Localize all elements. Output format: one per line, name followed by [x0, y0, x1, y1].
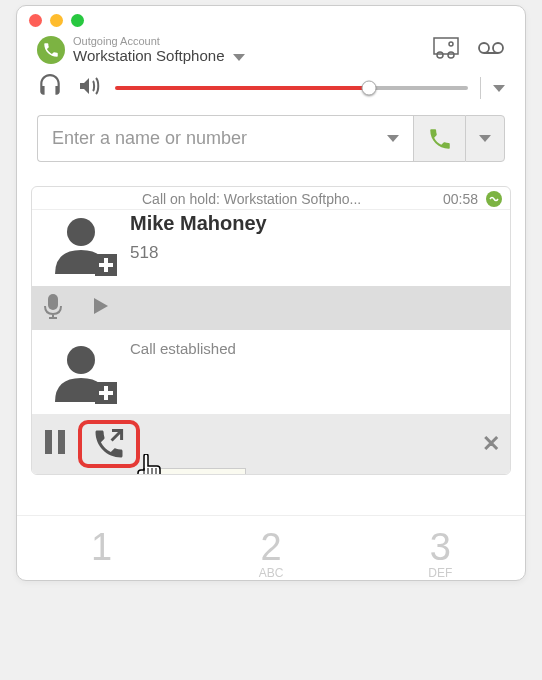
svg-point-7 — [67, 218, 95, 246]
softphone-window: Outgoing Account Workstation Softphone — [16, 5, 526, 581]
svg-rect-17 — [58, 430, 65, 454]
transfer-button[interactable] — [78, 420, 140, 468]
titlebar — [17, 6, 525, 35]
mute-button[interactable] — [42, 292, 64, 324]
speaker-icon[interactable] — [75, 74, 103, 102]
account-label: Outgoing Account — [73, 35, 433, 47]
active-call-controls: ✕ Transfer Now — [32, 414, 510, 474]
call-card: Call on hold: Workstation Softpho... 00:… — [31, 186, 511, 475]
second-caller-avatar — [40, 338, 130, 406]
transfer-tooltip: Transfer Now — [150, 468, 246, 475]
caller-extension: 518 — [130, 243, 502, 263]
svg-rect-15 — [99, 391, 113, 395]
call-body: Mike Mahoney 518 — [32, 210, 510, 286]
video-device-icon[interactable] — [433, 37, 459, 63]
end-call-button[interactable]: ✕ — [482, 431, 500, 457]
caller-avatar — [40, 210, 130, 278]
dialkey-num: 1 — [17, 528, 186, 566]
audio-menu-chevron-icon[interactable] — [493, 85, 505, 92]
window-minimize-button[interactable] — [50, 14, 63, 27]
svg-rect-10 — [99, 263, 113, 267]
dialkey-letters: ABC — [186, 566, 355, 580]
account-selector[interactable]: Outgoing Account Workstation Softphone — [73, 35, 433, 65]
svg-rect-11 — [48, 294, 58, 310]
hold-call-controls — [32, 286, 510, 330]
second-call-status: Call established — [130, 340, 502, 357]
dialkey-3[interactable]: 3 DEF — [356, 528, 525, 580]
dialkey-2[interactable]: 2 ABC — [186, 528, 355, 580]
dial-input[interactable]: Enter a name or number — [37, 115, 413, 162]
svg-point-12 — [67, 346, 95, 374]
dialkey-num: 3 — [356, 528, 525, 566]
resume-button[interactable] — [88, 294, 112, 322]
dial-row: Enter a name or number — [17, 115, 525, 174]
audio-controls — [17, 73, 525, 115]
caller-name: Mike Mahoney — [130, 212, 502, 235]
header: Outgoing Account Workstation Softphone — [17, 35, 525, 73]
voicemail-icon[interactable] — [477, 41, 505, 59]
chevron-down-icon — [479, 135, 491, 142]
dial-placeholder: Enter a name or number — [52, 128, 247, 149]
hold-button[interactable] — [42, 427, 68, 461]
call-status-text: Call on hold: Workstation Softpho... — [142, 191, 435, 207]
dialkey-num: 2 — [186, 528, 355, 566]
svg-point-3 — [448, 52, 454, 58]
second-call: Call established — [32, 330, 510, 414]
dialkey-letters: DEF — [356, 566, 525, 580]
call-status-row: Call on hold: Workstation Softpho... 00:… — [32, 187, 510, 210]
account-name: Workstation Softphone — [73, 47, 224, 64]
svg-rect-16 — [45, 430, 52, 454]
volume-slider[interactable] — [115, 86, 468, 90]
window-maximize-button[interactable] — [71, 14, 84, 27]
volume-thumb[interactable] — [362, 81, 377, 96]
divider — [480, 77, 481, 99]
dialkey-1[interactable]: 1 — [17, 528, 186, 580]
account-icon — [37, 36, 65, 64]
window-close-button[interactable] — [29, 14, 42, 27]
call-options-button[interactable] — [465, 115, 505, 162]
svg-point-5 — [493, 43, 503, 53]
status-indicator-icon — [486, 191, 502, 207]
svg-point-1 — [449, 42, 453, 46]
call-button[interactable] — [413, 115, 465, 162]
svg-point-4 — [479, 43, 489, 53]
chevron-down-icon — [233, 54, 245, 61]
headset-icon[interactable] — [37, 73, 63, 103]
dialpad: 1 2 ABC 3 DEF — [17, 515, 525, 580]
svg-rect-0 — [434, 38, 458, 54]
call-duration: 00:58 — [443, 191, 478, 207]
svg-point-2 — [437, 52, 443, 58]
dial-dropdown-icon[interactable] — [387, 135, 399, 142]
